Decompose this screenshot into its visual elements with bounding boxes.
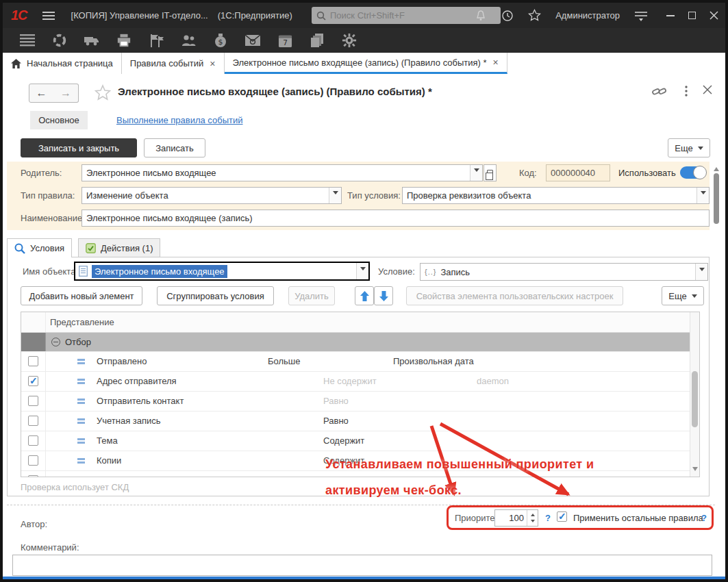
back-button[interactable]: ← xyxy=(29,84,54,103)
minimize-icon[interactable] xyxy=(666,15,675,16)
cond-type-field[interactable]: Проверка реквизитов объекта xyxy=(402,187,710,204)
users-icon[interactable] xyxy=(180,32,197,49)
row-checkbox[interactable] xyxy=(28,396,38,406)
close-window-icon[interactable] xyxy=(710,11,718,20)
maximize-icon[interactable] xyxy=(688,12,696,19)
documents-copy-icon[interactable] xyxy=(309,32,325,49)
group-row-marker xyxy=(21,333,46,351)
svg-text:$: $ xyxy=(218,38,223,47)
favorite-star-icon[interactable] xyxy=(95,84,111,101)
row-checkbox[interactable] xyxy=(28,376,38,386)
condition-dropdown-icon[interactable] xyxy=(695,264,707,280)
row-checkbox[interactable] xyxy=(28,475,38,477)
money-bag-icon[interactable]: $ xyxy=(212,32,229,49)
rule-type-dropdown-icon[interactable] xyxy=(329,188,341,203)
favorites-star-icon[interactable] xyxy=(528,9,541,22)
condition-field[interactable]: {..} Запись xyxy=(420,263,708,281)
current-user[interactable]: Администратор xyxy=(555,10,620,21)
forward-button[interactable]: → xyxy=(53,84,79,103)
table-header-row: Представление xyxy=(21,312,699,333)
table-row[interactable]: Отправитель контакт Равно xyxy=(21,392,699,412)
cond-type-dropdown-icon[interactable] xyxy=(696,188,709,203)
more-button-top[interactable]: Еще xyxy=(668,138,710,157)
row-checkbox[interactable] xyxy=(28,416,38,426)
sections-menu-icon[interactable] xyxy=(19,32,36,49)
nav-main[interactable]: Основное xyxy=(30,111,88,129)
close-form-icon[interactable] xyxy=(703,85,712,94)
table-row[interactable]: Тема Содержит xyxy=(21,431,699,451)
skd-footnote: Проверка использует СКД xyxy=(21,482,129,492)
row-checkbox[interactable] xyxy=(28,435,38,446)
filter-group-row[interactable]: Отбор xyxy=(21,333,699,352)
tab-close-icon[interactable]: × xyxy=(210,58,215,69)
group-conditions-button[interactable]: Сгруппировать условия xyxy=(157,286,274,305)
mail-icon[interactable] xyxy=(244,32,261,49)
table-scrollbar-thumb[interactable] xyxy=(692,371,698,427)
tab-close-icon[interactable]: × xyxy=(493,57,499,68)
user-settings-props-button[interactable]: Свойства элемента пользовательских настр… xyxy=(406,286,623,305)
overview-icon[interactable] xyxy=(51,32,68,49)
move-down-button[interactable] xyxy=(374,286,393,305)
search-icon xyxy=(316,11,326,21)
object-dropdown-icon[interactable] xyxy=(356,263,368,279)
delivery-truck-icon[interactable] xyxy=(84,32,100,49)
save-button[interactable]: Записать xyxy=(144,138,205,157)
search-input[interactable] xyxy=(330,10,481,21)
table-scrollbar[interactable] xyxy=(690,312,699,477)
scroll-down-icon[interactable] xyxy=(692,467,698,474)
annotation-text-line1: Устанавливаем повышенный приоритет и xyxy=(325,457,594,472)
tab-actions[interactable]: Действия (1) xyxy=(78,238,160,257)
form-scrollbar[interactable] xyxy=(713,163,720,533)
table-row[interactable]: Отправлено Больше Произвольная дата xyxy=(21,352,699,372)
chevron-down-icon xyxy=(698,147,703,153)
table-row[interactable]: Адрес отправителя Не содержит daemon xyxy=(21,372,699,392)
comment-input[interactable] xyxy=(12,555,712,576)
parent-dropdown-icon[interactable] xyxy=(470,165,482,181)
get-link-icon[interactable] xyxy=(652,85,667,99)
more-button-conditions[interactable]: Еще xyxy=(662,286,704,305)
object-name-field[interactable]: Электронное письмо входящее xyxy=(74,262,370,281)
row-checkbox[interactable] xyxy=(28,455,38,466)
delete-button[interactable]: Удалить xyxy=(288,286,335,305)
add-element-button[interactable]: Добавить новый элемент xyxy=(21,286,142,305)
history-icon[interactable] xyxy=(501,10,514,22)
app-kind: (1С:Предприятие) xyxy=(218,10,292,21)
notifications-bell-icon[interactable] xyxy=(475,10,487,22)
move-up-button[interactable] xyxy=(355,286,374,305)
scroll-up-icon[interactable] xyxy=(714,164,719,171)
rule-type-label: Тип правила: xyxy=(21,190,75,201)
parent-field[interactable]: Электронное письмо входящее xyxy=(81,164,483,181)
code-field[interactable]: 000000040 xyxy=(546,164,610,181)
table-row[interactable]: Кому Содержит xyxy=(21,471,699,477)
annotation-text-line2: активируем чек-бокс. xyxy=(325,483,462,498)
form-scrollbar-thumb[interactable] xyxy=(714,173,719,224)
use-toggle[interactable] xyxy=(680,166,706,179)
tab-actions-label: Действия (1) xyxy=(101,243,153,253)
table-row[interactable]: Учетная запись Равно xyxy=(21,412,699,431)
main-menu-icon[interactable] xyxy=(42,12,55,20)
nav-link-rule-execution[interactable]: Выполнение правила событий xyxy=(116,115,243,125)
tab-active-email-rule[interactable]: Электронное письмо входящее (запись) (Пр… xyxy=(225,53,507,74)
rule-type-field[interactable]: Изменение объекта xyxy=(81,187,342,204)
column-header-presentation: Представление xyxy=(50,317,114,327)
service-menu-icon[interactable] xyxy=(634,10,648,21)
collapse-minus-icon[interactable] xyxy=(51,338,60,346)
object-name-label: Имя объекта: xyxy=(23,266,78,277)
chevron-down-icon xyxy=(692,294,697,301)
tab-home[interactable]: Начальная страница xyxy=(3,53,122,74)
tab-conditions[interactable]: Условия xyxy=(7,238,72,257)
settings-gear-icon[interactable] xyxy=(341,32,357,49)
global-search[interactable] xyxy=(312,7,501,24)
calendar-icon[interactable]: 7 xyxy=(277,32,293,49)
save-and-close-button[interactable]: Записать и закрыть xyxy=(21,138,137,157)
annotation-highlight-box xyxy=(447,505,714,530)
tab-conditions-label: Условия xyxy=(30,243,64,253)
row-checkbox[interactable] xyxy=(28,356,38,366)
marks-flags-icon[interactable] xyxy=(148,32,164,49)
more-actions-icon[interactable] xyxy=(684,85,688,97)
name-field[interactable]: Электронное письмо входящее (запись) xyxy=(81,210,710,227)
tab-event-rules[interactable]: Правила событий × xyxy=(122,53,225,74)
page-title: Электронное письмо входящее (запись) (Пр… xyxy=(118,86,432,97)
print-icon[interactable] xyxy=(116,32,132,49)
parent-open-button[interactable] xyxy=(484,164,497,181)
